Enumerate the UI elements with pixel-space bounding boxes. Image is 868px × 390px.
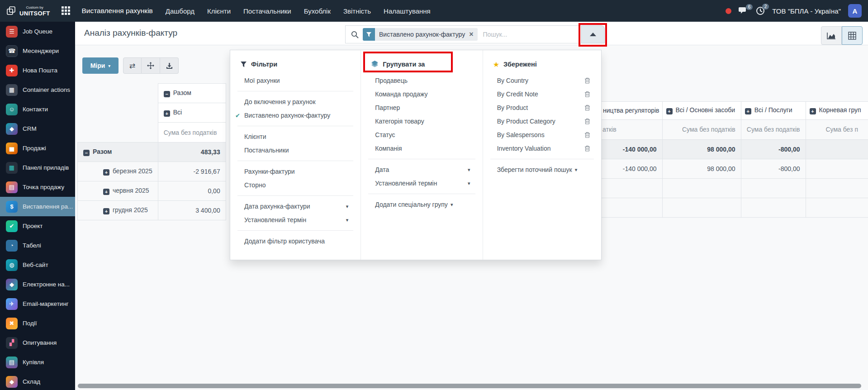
pivot-col-header-clipped[interactable]: ництва регуляторів: [602, 101, 662, 119]
sidebar-item-job-queue[interactable]: ☰Job Queue: [0, 22, 75, 41]
trash-icon[interactable]: [584, 145, 590, 152]
pivot-col-header-all[interactable]: +Всі: [158, 103, 226, 123]
sidebar-item-project[interactable]: ✔Проект: [0, 216, 75, 236]
groupby-sales-team[interactable]: Команда продажу: [361, 87, 482, 101]
pivot-view-button[interactable]: [842, 26, 863, 45]
expand-icon[interactable]: +: [103, 189, 109, 195]
expand-all-icon: [147, 62, 154, 69]
sidebar-item-inventory[interactable]: ◆Склад: [0, 372, 75, 390]
search-input[interactable]: Виставлено рахунок-фактуру × Пошук...: [345, 25, 581, 43]
groupby-date[interactable]: Дата▾: [361, 163, 482, 176]
menu-customers[interactable]: Клієнти: [207, 7, 231, 15]
favorite-by-salespersons[interactable]: By Salespersons: [483, 128, 601, 142]
sidebar-item-pos[interactable]: ▤Точка продажу: [0, 177, 75, 197]
activities-badge: 2: [762, 4, 769, 10]
filter-my-invoices[interactable]: Мої рахунки: [230, 74, 360, 87]
filter-invoiced[interactable]: ✔Виставлено рахунок-фактуру: [230, 109, 360, 122]
apps-grid-icon[interactable]: [62, 6, 71, 15]
filter-vendors[interactable]: Постачальники: [230, 143, 360, 157]
horizontal-scrollbar[interactable]: [78, 384, 861, 388]
pivot-row-header-june[interactable]: +червня 2025: [78, 181, 158, 201]
menu-accounting[interactable]: Бухоблік: [304, 7, 331, 15]
pivot-col-header-total[interactable]: −Разом: [158, 84, 226, 103]
pivot-row: +березня 2025 -2 916,67: [78, 162, 226, 181]
graph-view-button[interactable]: [821, 26, 842, 45]
sidebar-item-events[interactable]: ✖Події: [0, 314, 75, 333]
sidebar-item-email-marketing[interactable]: ✈Email-маркетинг: [0, 294, 75, 314]
expand-icon[interactable]: +: [745, 108, 751, 114]
sidebar-item-website[interactable]: ◍Веб-сайт: [0, 255, 75, 275]
add-custom-filter[interactable]: Додати фільтр користувача: [230, 234, 360, 248]
pivot-col-header-services[interactable]: +Всі / Послуги: [741, 101, 806, 119]
expand-icon[interactable]: +: [666, 108, 673, 114]
groupby-company[interactable]: Компанія: [361, 142, 482, 155]
pivot-row-header-total[interactable]: −Разом: [78, 143, 158, 162]
user-avatar[interactable]: A: [848, 4, 862, 18]
save-current-search[interactable]: Зберегти поточний пошук▾: [483, 163, 601, 176]
pivot-measure-header-clipped-right: Сума без п: [806, 119, 868, 139]
expand-icon[interactable]: +: [810, 108, 816, 114]
company-switcher[interactable]: ТОВ "БПЛА - Україна": [772, 7, 841, 15]
filter-invoice-date[interactable]: Дата рахунка-фактури▾: [230, 200, 360, 213]
sidebar-item-messengers[interactable]: ☎Месенджери: [0, 41, 75, 61]
measures-button[interactable]: Міри▾: [82, 57, 119, 74]
filter-customers[interactable]: Клієнти: [230, 130, 360, 143]
groupby-partner[interactable]: Партнер: [361, 101, 482, 114]
sidebar-item-dashboards[interactable]: ▦Панелі приладів: [0, 158, 75, 177]
favorite-by-credit-note[interactable]: By Credit Note: [483, 87, 601, 101]
messages-button[interactable]: 6: [739, 7, 749, 15]
trash-icon[interactable]: [584, 105, 590, 111]
favorite-by-country[interactable]: By Country: [483, 74, 601, 87]
filter-to-invoice[interactable]: До включення у рахунок: [230, 95, 360, 109]
expand-all-button[interactable]: [142, 57, 160, 74]
sidebar-item-crm[interactable]: ◆CRM: [0, 119, 75, 138]
menu-settings[interactable]: Налаштування: [384, 7, 431, 15]
sidebar-item-contacts[interactable]: ☺Контакти: [0, 100, 75, 119]
sidebar-item-purchase[interactable]: ▤Купівля: [0, 352, 75, 372]
filter-refunds[interactable]: Сторно: [230, 178, 360, 192]
sidebar-item-surveys[interactable]: ▞Опитування: [0, 333, 75, 352]
sidebar-item-nova-poshta[interactable]: ✚Нова Пошта: [0, 61, 75, 80]
trash-icon[interactable]: [584, 91, 590, 97]
flip-axis-button[interactable]: ⇄: [123, 57, 142, 74]
sidebar-item-timesheets[interactable]: ◔Табелі: [0, 236, 75, 255]
add-custom-group[interactable]: Додати спеціальну групу▾: [361, 198, 482, 211]
download-button[interactable]: [160, 57, 179, 74]
activities-button[interactable]: 2: [756, 6, 765, 15]
unitsoft-logo[interactable]: Custom by UNITSOFT: [6, 6, 50, 16]
trash-icon[interactable]: [584, 132, 590, 138]
current-app-name[interactable]: Виставлення рахунків: [81, 7, 152, 15]
search-options-toggle[interactable]: [581, 25, 605, 43]
favorite-inventory-valuation[interactable]: Inventory Valuation: [483, 142, 601, 155]
favorite-by-product[interactable]: By Product: [483, 101, 601, 114]
favorite-by-product-category[interactable]: By Product Category: [483, 114, 601, 128]
sidebar-item-elearning[interactable]: ◆Електронне на...: [0, 275, 75, 294]
trash-icon[interactable]: [584, 118, 590, 124]
pivot-col-header-fixed-assets[interactable]: +Всі / Основні засоби: [662, 101, 741, 119]
groupby-product-category[interactable]: Категорія товару: [361, 114, 482, 128]
menu-vendors[interactable]: Постачальники: [243, 7, 291, 15]
expand-icon[interactable]: +: [103, 169, 109, 176]
pivot-row-header-december[interactable]: +грудня 2025: [78, 201, 158, 220]
sidebar-item-invoicing[interactable]: $Виставлення ра...: [0, 197, 75, 216]
groupby-due-date[interactable]: Установлений термін▾: [361, 176, 482, 190]
collapse-icon[interactable]: −: [164, 91, 170, 97]
pivot-row-header-march[interactable]: +березня 2025: [78, 162, 158, 181]
menu-dashboard[interactable]: Дашборд: [166, 7, 194, 15]
facet-remove-icon[interactable]: ×: [469, 30, 473, 38]
sidebar-item-container-actions[interactable]: ▦Container actions: [0, 80, 75, 100]
pivot-col-header-root-group[interactable]: +Корневая груп: [806, 101, 868, 119]
expand-icon[interactable]: +: [103, 208, 109, 214]
menu-reporting[interactable]: Звітність: [343, 7, 371, 15]
trash-icon[interactable]: [584, 77, 590, 84]
groupby-salesperson[interactable]: Продавець: [361, 74, 482, 87]
expand-icon[interactable]: +: [164, 110, 170, 117]
filter-due-date[interactable]: Установлений термін▾: [230, 213, 360, 227]
control-panel: Аналіз рахунків-фактур Виставлено рахуно…: [75, 22, 868, 45]
filter-invoices[interactable]: Рахунки-фактури: [230, 165, 360, 178]
pivot-cell: [806, 198, 868, 217]
groupby-status[interactable]: Статус: [361, 128, 482, 142]
sidebar-item-sales[interactable]: ▅Продажі: [0, 138, 75, 158]
search-facet-chip[interactable]: Виставлено рахунок-фактуру ×: [363, 28, 478, 41]
collapse-icon[interactable]: −: [83, 150, 90, 156]
